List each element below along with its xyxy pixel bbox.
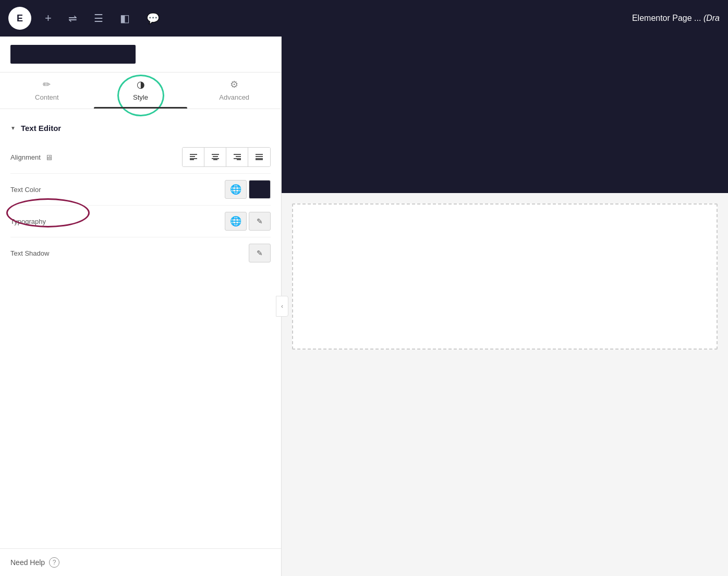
content-tab-icon: ✏ <box>43 79 51 90</box>
svg-rect-8 <box>234 154 241 155</box>
text-color-global-button[interactable]: 🌐 <box>225 180 247 199</box>
alignment-label: Alignment 🖥 <box>10 153 182 162</box>
svg-rect-15 <box>256 159 263 160</box>
topbar: E + ⇌ ☰ ◧ 💬 Elementor Page ... (Dra <box>0 0 728 37</box>
svg-rect-10 <box>234 158 241 159</box>
text-color-swatch[interactable] <box>249 180 271 199</box>
typography-edit-button[interactable]: ✎ <box>249 212 271 231</box>
svg-rect-9 <box>236 156 241 157</box>
need-help-label: Need Help <box>10 558 45 567</box>
text-color-controls: 🌐 <box>225 180 271 199</box>
alignment-controls <box>182 147 271 167</box>
sliders-icon[interactable]: ⇌ <box>65 9 80 28</box>
svg-rect-7 <box>213 159 217 160</box>
document-icon[interactable]: ☰ <box>91 9 106 28</box>
svg-rect-11 <box>237 159 241 160</box>
globe-purple-icon: 🌐 <box>230 215 241 227</box>
section-title: Text Editor <box>21 124 61 133</box>
widget-name-bar <box>0 37 281 73</box>
typography-controls: 🌐 ✎ <box>225 212 271 231</box>
add-icon[interactable]: + <box>42 8 55 28</box>
advanced-tab-icon: ⚙ <box>230 79 238 90</box>
alignment-button-group <box>182 147 271 167</box>
svg-rect-5 <box>213 156 218 157</box>
help-icon[interactable]: ? <box>49 557 59 568</box>
alignment-control-row: Alignment 🖥 <box>0 141 281 173</box>
tab-style-label: Style <box>133 93 148 101</box>
elementor-logo[interactable]: E <box>8 7 31 30</box>
tab-advanced[interactable]: ⚙ Advanced <box>187 79 281 109</box>
typography-label: Typography <box>10 218 225 225</box>
align-center-button[interactable] <box>204 148 226 166</box>
typography-global-button[interactable]: 🌐 <box>225 212 247 231</box>
main-layout: ✏ Content ◑ Style ⚙ Advanced ▼ Text Edit… <box>0 37 728 576</box>
section-arrow-icon: ▼ <box>10 125 16 131</box>
svg-rect-2 <box>190 158 197 159</box>
need-help-bar[interactable]: Need Help ? <box>0 548 281 576</box>
globe-gray-icon: 🌐 <box>230 184 241 195</box>
text-color-label: Text Color <box>10 186 225 194</box>
section-header[interactable]: ▼ Text Editor <box>0 119 281 141</box>
sidebar: ✏ Content ◑ Style ⚙ Advanced ▼ Text Edit… <box>0 37 282 576</box>
svg-rect-12 <box>256 154 263 155</box>
layers-icon[interactable]: ◧ <box>117 9 133 28</box>
panel-content: ▼ Text Editor Alignment 🖥 <box>0 109 281 548</box>
canvas-light-area <box>282 193 728 576</box>
pencil-shadow-icon: ✎ <box>257 249 263 257</box>
typography-control-row: Typography 🌐 ✎ <box>0 206 281 237</box>
text-color-control-row: Text Color 🌐 <box>0 174 281 205</box>
text-shadow-label: Text Shadow <box>10 249 249 257</box>
chat-icon[interactable]: 💬 <box>143 9 163 28</box>
text-shadow-controls: ✎ <box>249 244 271 262</box>
tab-bar: ✏ Content ◑ Style ⚙ Advanced <box>0 73 281 109</box>
svg-rect-14 <box>256 158 263 159</box>
svg-rect-3 <box>190 159 194 160</box>
page-title: Elementor Page ... (Dra <box>632 14 720 23</box>
tab-style[interactable]: ◑ Style <box>94 79 188 109</box>
tab-content-label: Content <box>35 93 59 101</box>
canvas-area <box>282 37 728 576</box>
monitor-icon: 🖥 <box>45 153 53 162</box>
tab-content[interactable]: ✏ Content <box>0 79 94 109</box>
align-left-button[interactable] <box>183 148 204 166</box>
align-justify-button[interactable] <box>248 148 270 166</box>
pencil-icon: ✎ <box>257 217 263 225</box>
tab-advanced-label: Advanced <box>219 93 249 101</box>
svg-rect-6 <box>212 158 219 159</box>
sidebar-collapse-button[interactable]: ‹ <box>276 296 288 317</box>
svg-rect-13 <box>256 156 263 157</box>
text-shadow-control-row: Text Shadow ✎ <box>0 237 281 269</box>
canvas-dark-area <box>282 37 728 193</box>
svg-rect-4 <box>212 154 219 155</box>
style-tab-icon: ◑ <box>137 79 145 90</box>
tab-active-indicator <box>94 107 188 109</box>
text-shadow-edit-button[interactable]: ✎ <box>249 244 271 262</box>
align-right-button[interactable] <box>226 148 248 166</box>
widget-name-block <box>10 45 136 64</box>
svg-rect-0 <box>190 154 197 155</box>
canvas-dashed-container[interactable] <box>292 203 718 350</box>
svg-rect-1 <box>190 156 195 157</box>
